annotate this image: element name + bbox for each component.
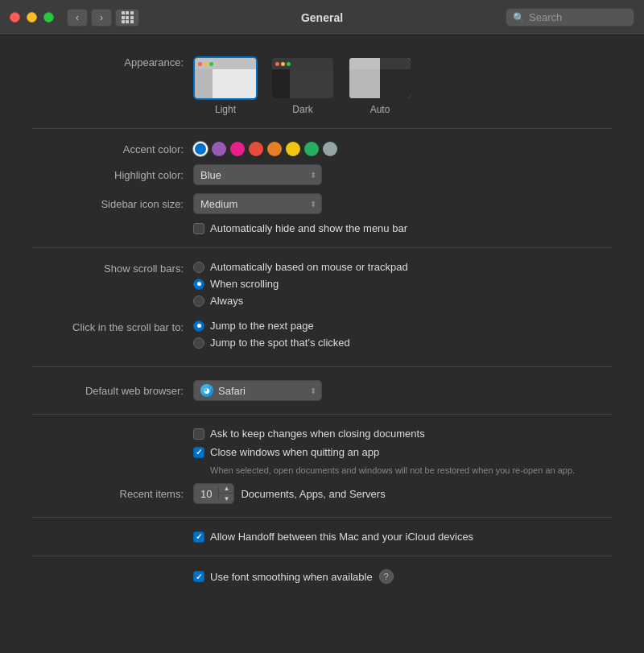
search-icon: 🔍 [513, 12, 525, 23]
handoff-checkbox[interactable] [193, 531, 204, 543]
ask-keep-changes-checkbox[interactable] [193, 428, 204, 440]
documents-section: Ask to keep changes when closing documen… [193, 428, 612, 477]
sidebar-icon-size-content: Medium ⬍ [193, 193, 612, 214]
accent-pink[interactable] [230, 142, 245, 156]
scroll-always-label: Always [210, 295, 243, 307]
recent-items-suffix: Documents, Apps, and Servers [241, 488, 385, 500]
sidebar-icon-size-dropdown[interactable]: Medium ⬍ [193, 193, 322, 214]
recent-items-value: 10 [194, 488, 219, 500]
close-windows-checkbox[interactable] [193, 447, 204, 458]
accent-orange[interactable] [267, 142, 282, 156]
handoff-section: Allow Handoff between this Mac and your … [193, 531, 612, 543]
appearance-thumbnail-dark[interactable] [270, 56, 335, 100]
font-smoothing-text: Use font smoothing when available [210, 571, 373, 583]
scroll-scrolling-radio[interactable] [193, 279, 204, 290]
appearance-label-dark: Dark [292, 104, 312, 115]
click-spot-label: Jump to the spot that's clicked [210, 337, 350, 349]
recent-items-content: 10 ▲ ▼ Documents, Apps, and Servers [193, 483, 612, 504]
click-next-page-radio[interactable] [193, 320, 204, 332]
appearance-label-light: Light [215, 104, 236, 115]
click-next-page-row: Jump to the next page [193, 320, 350, 332]
grid-button[interactable] [115, 9, 139, 27]
minimize-button[interactable] [27, 12, 37, 23]
scroll-auto-label: Automatically based on mouse or trackpad [210, 261, 408, 273]
safari-icon: ◕ [200, 384, 213, 397]
click-spot-row: Jump to the spot that's clicked [193, 337, 350, 349]
stepper-buttons: ▲ ▼ [219, 483, 233, 504]
click-next-page-label: Jump to the next page [210, 320, 314, 332]
appearance-thumbnail-auto[interactable] [348, 56, 412, 100]
recent-items-row: Recent items: 10 ▲ ▼ Documents, Apps, an… [32, 483, 612, 504]
nav-buttons: ‹ › [67, 9, 112, 27]
ask-keep-changes-row: Ask to keep changes when closing documen… [193, 428, 612, 440]
dropdown-arrow-icon2: ⬍ [310, 200, 316, 209]
divider-6 [32, 556, 612, 556]
appearance-label: Appearance: [32, 56, 193, 68]
ask-keep-changes-text: Ask to keep changes when closing documen… [210, 428, 425, 440]
close-windows-text: Close windows when quitting an app [210, 446, 379, 458]
forward-button[interactable]: › [91, 9, 112, 27]
highlight-color-label: Highlight color: [32, 169, 193, 181]
accent-color-label: Accent color: [32, 143, 193, 155]
stepper-down[interactable]: ▼ [219, 494, 233, 504]
default-browser-label: Default web browser: [32, 385, 193, 397]
back-button[interactable]: ‹ [67, 9, 88, 27]
close-button[interactable] [10, 12, 20, 23]
menu-bar-content: Automatically hide and show the menu bar [193, 222, 612, 234]
highlight-color-content: Blue ⬍ [193, 164, 612, 185]
accent-gray[interactable] [323, 142, 337, 156]
scroll-bars-options: Automatically based on mouse or trackpad… [193, 261, 408, 312]
recent-items-label: Recent items: [32, 488, 193, 500]
scroll-scrolling-label: When scrolling [210, 278, 279, 290]
menu-bar-text: Automatically hide and show the menu bar [210, 222, 407, 234]
search-input[interactable] [529, 11, 627, 23]
scroll-always-radio[interactable] [193, 296, 204, 307]
highlight-color-dropdown[interactable]: Blue ⬍ [193, 164, 322, 185]
dropdown-arrow-icon3: ⬍ [310, 386, 316, 395]
accent-purple[interactable] [212, 142, 226, 156]
click-spot-radio[interactable] [193, 337, 204, 349]
accent-red[interactable] [249, 142, 263, 156]
accent-green[interactable] [304, 142, 319, 156]
sidebar-icon-size-value: Medium [200, 198, 237, 210]
highlight-color-value: Blue [200, 169, 221, 181]
accent-color-row: Accent color: [32, 142, 612, 156]
accent-yellow[interactable] [286, 142, 300, 156]
font-smoothing-checkbox[interactable] [193, 571, 204, 582]
titlebar: ‹ › General 🔍 [0, 0, 644, 35]
divider-4 [32, 414, 612, 415]
default-browser-content: ◕ Safari ⬍ [193, 380, 612, 401]
accent-color-options [193, 142, 612, 156]
accent-blue[interactable] [193, 142, 208, 156]
click-scroll-bar-label: Click in the scroll bar to: [32, 320, 193, 333]
default-browser-row: Default web browser: ◕ Safari ⬍ [32, 380, 612, 401]
traffic-lights [10, 12, 54, 23]
help-button[interactable]: ? [379, 569, 394, 584]
scroll-auto-radio[interactable] [193, 262, 204, 273]
appearance-label-auto: Auto [370, 104, 390, 115]
maximize-button[interactable] [43, 12, 54, 23]
main-content: Appearance: [0, 35, 644, 653]
font-smoothing-row: Use font smoothing when available ? [193, 569, 612, 584]
divider-5 [32, 517, 612, 518]
appearance-option-dark[interactable]: Dark [270, 56, 335, 115]
click-scroll-options: Jump to the next page Jump to the spot t… [193, 320, 350, 353]
sidebar-icon-size-label: Sidebar icon size: [32, 198, 193, 210]
recent-items-stepper[interactable]: 10 ▲ ▼ [193, 483, 234, 504]
highlight-color-row: Highlight color: Blue ⬍ [32, 164, 612, 185]
show-scroll-bars-row: Show scroll bars: Automatically based on… [32, 261, 612, 312]
close-windows-row: Close windows when quitting an app [193, 446, 612, 458]
search-bar[interactable]: 🔍 [506, 8, 634, 27]
default-browser-dropdown[interactable]: ◕ Safari ⬍ [193, 380, 322, 401]
grid-icon [122, 11, 134, 23]
show-scroll-bars-label: Show scroll bars: [32, 261, 193, 275]
click-scroll-bar-row: Click in the scroll bar to: Jump to the … [32, 320, 612, 353]
menu-bar-checkbox[interactable] [193, 223, 204, 234]
divider-3 [32, 366, 612, 367]
stepper-up[interactable]: ▲ [219, 483, 233, 494]
appearance-thumbnail-light[interactable] [193, 56, 258, 100]
window-title: General [301, 11, 343, 24]
appearance-option-auto[interactable]: Auto [348, 56, 412, 115]
appearance-option-light[interactable]: Light [193, 56, 258, 115]
divider-1 [32, 128, 612, 129]
